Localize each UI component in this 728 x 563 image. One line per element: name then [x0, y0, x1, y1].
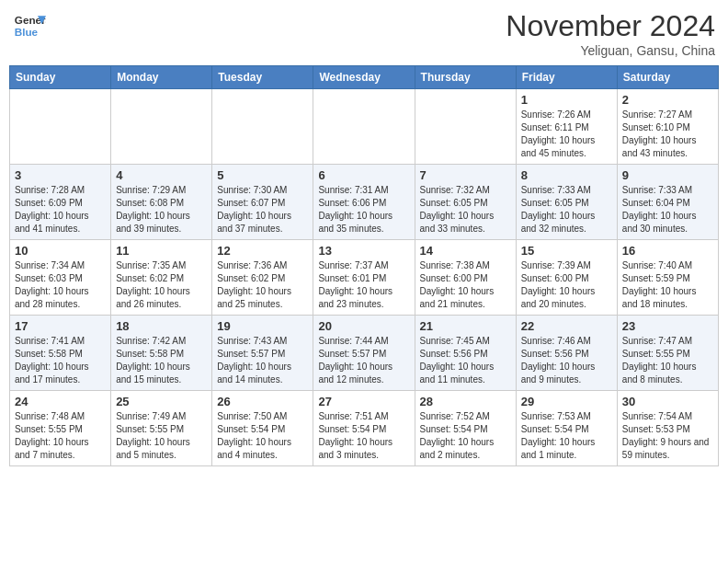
- calendar-cell: 21Sunrise: 7:45 AM Sunset: 5:56 PM Dayli…: [415, 316, 516, 391]
- calendar-cell: [10, 89, 111, 165]
- day-info: Sunrise: 7:48 AM Sunset: 5:55 PM Dayligh…: [15, 410, 106, 462]
- week-row-1: 1Sunrise: 7:26 AM Sunset: 6:11 PM Daylig…: [10, 89, 719, 165]
- calendar-cell: 29Sunrise: 7:53 AM Sunset: 5:54 PM Dayli…: [516, 391, 617, 466]
- weekday-header-saturday: Saturday: [617, 66, 718, 89]
- day-number: 19: [217, 319, 308, 333]
- calendar-cell: 23Sunrise: 7:47 AM Sunset: 5:55 PM Dayli…: [617, 316, 718, 391]
- day-info: Sunrise: 7:52 AM Sunset: 5:54 PM Dayligh…: [420, 410, 511, 462]
- calendar-cell: 7Sunrise: 7:32 AM Sunset: 6:05 PM Daylig…: [415, 165, 516, 240]
- day-number: 15: [521, 244, 612, 258]
- day-number: 26: [217, 395, 308, 408]
- day-number: 25: [116, 395, 207, 408]
- location: Yeliguan, Gansu, China: [506, 43, 715, 58]
- day-number: 1: [521, 93, 612, 107]
- day-number: 24: [15, 395, 106, 408]
- calendar-cell: 5Sunrise: 7:30 AM Sunset: 6:07 PM Daylig…: [212, 165, 313, 240]
- day-number: 23: [622, 319, 713, 333]
- month-title: November 2024: [506, 9, 715, 43]
- day-number: 13: [318, 244, 409, 258]
- day-info: Sunrise: 7:30 AM Sunset: 6:07 PM Dayligh…: [217, 184, 308, 236]
- calendar-cell: 25Sunrise: 7:49 AM Sunset: 5:55 PM Dayli…: [111, 391, 212, 466]
- day-number: 12: [217, 244, 308, 258]
- day-info: Sunrise: 7:31 AM Sunset: 6:06 PM Dayligh…: [318, 184, 409, 236]
- weekday-header-monday: Monday: [111, 66, 212, 89]
- day-number: 18: [116, 319, 207, 333]
- logo: General Blue: [13, 9, 46, 42]
- calendar-cell: [313, 89, 415, 165]
- day-number: 27: [318, 395, 409, 408]
- calendar-cell: 11Sunrise: 7:35 AM Sunset: 6:02 PM Dayli…: [111, 240, 212, 316]
- day-number: 28: [420, 395, 511, 408]
- day-number: 22: [521, 319, 612, 333]
- day-info: Sunrise: 7:33 AM Sunset: 6:05 PM Dayligh…: [521, 184, 612, 236]
- day-info: Sunrise: 7:26 AM Sunset: 6:11 PM Dayligh…: [521, 109, 612, 160]
- day-number: 6: [318, 168, 409, 182]
- day-info: Sunrise: 7:41 AM Sunset: 5:58 PM Dayligh…: [15, 335, 106, 386]
- calendar-cell: 26Sunrise: 7:50 AM Sunset: 5:54 PM Dayli…: [212, 391, 313, 466]
- day-info: Sunrise: 7:45 AM Sunset: 5:56 PM Dayligh…: [420, 335, 511, 386]
- weekday-header-friday: Friday: [516, 66, 617, 89]
- day-number: 21: [420, 319, 511, 333]
- calendar-cell: [415, 89, 516, 165]
- day-info: Sunrise: 7:46 AM Sunset: 5:56 PM Dayligh…: [521, 335, 612, 386]
- calendar-cell: 6Sunrise: 7:31 AM Sunset: 6:06 PM Daylig…: [313, 165, 415, 240]
- calendar-cell: 12Sunrise: 7:36 AM Sunset: 6:02 PM Dayli…: [212, 240, 313, 316]
- logo-icon: General Blue: [13, 9, 46, 42]
- weekday-header-sunday: Sunday: [10, 66, 111, 89]
- calendar-cell: 3Sunrise: 7:28 AM Sunset: 6:09 PM Daylig…: [10, 165, 111, 240]
- day-number: 9: [622, 168, 713, 182]
- day-info: Sunrise: 7:42 AM Sunset: 5:58 PM Dayligh…: [116, 335, 207, 386]
- calendar-cell: [212, 89, 313, 165]
- day-info: Sunrise: 7:40 AM Sunset: 5:59 PM Dayligh…: [622, 259, 713, 311]
- day-info: Sunrise: 7:54 AM Sunset: 5:53 PM Dayligh…: [622, 410, 713, 462]
- title-area: November 2024 Yeliguan, Gansu, China: [506, 9, 715, 58]
- calendar-cell: 22Sunrise: 7:46 AM Sunset: 5:56 PM Dayli…: [516, 316, 617, 391]
- day-info: Sunrise: 7:51 AM Sunset: 5:54 PM Dayligh…: [318, 410, 409, 462]
- day-number: 2: [622, 93, 713, 107]
- day-info: Sunrise: 7:44 AM Sunset: 5:57 PM Dayligh…: [318, 335, 409, 386]
- calendar-cell: 9Sunrise: 7:33 AM Sunset: 6:04 PM Daylig…: [617, 165, 718, 240]
- day-number: 10: [15, 244, 106, 258]
- calendar-cell: 13Sunrise: 7:37 AM Sunset: 6:01 PM Dayli…: [313, 240, 415, 316]
- calendar-cell: 24Sunrise: 7:48 AM Sunset: 5:55 PM Dayli…: [10, 391, 111, 466]
- day-info: Sunrise: 7:34 AM Sunset: 6:03 PM Dayligh…: [15, 259, 106, 311]
- day-number: 17: [15, 319, 106, 333]
- day-info: Sunrise: 7:37 AM Sunset: 6:01 PM Dayligh…: [318, 259, 409, 311]
- calendar-cell: 30Sunrise: 7:54 AM Sunset: 5:53 PM Dayli…: [617, 391, 718, 466]
- week-row-4: 17Sunrise: 7:41 AM Sunset: 5:58 PM Dayli…: [10, 316, 719, 391]
- day-number: 3: [15, 168, 106, 182]
- day-info: Sunrise: 7:32 AM Sunset: 6:05 PM Dayligh…: [420, 184, 511, 236]
- calendar-cell: 10Sunrise: 7:34 AM Sunset: 6:03 PM Dayli…: [10, 240, 111, 316]
- day-info: Sunrise: 7:38 AM Sunset: 6:00 PM Dayligh…: [420, 259, 511, 311]
- day-info: Sunrise: 7:36 AM Sunset: 6:02 PM Dayligh…: [217, 259, 308, 311]
- calendar-cell: [111, 89, 212, 165]
- day-number: 7: [420, 168, 511, 182]
- calendar-cell: 16Sunrise: 7:40 AM Sunset: 5:59 PM Dayli…: [617, 240, 718, 316]
- calendar-cell: 15Sunrise: 7:39 AM Sunset: 6:00 PM Dayli…: [516, 240, 617, 316]
- day-info: Sunrise: 7:33 AM Sunset: 6:04 PM Dayligh…: [622, 184, 713, 236]
- day-number: 30: [622, 395, 713, 408]
- svg-text:Blue: Blue: [15, 26, 39, 38]
- week-row-5: 24Sunrise: 7:48 AM Sunset: 5:55 PM Dayli…: [10, 391, 719, 466]
- calendar-cell: 14Sunrise: 7:38 AM Sunset: 6:00 PM Dayli…: [415, 240, 516, 316]
- calendar-cell: 4Sunrise: 7:29 AM Sunset: 6:08 PM Daylig…: [111, 165, 212, 240]
- calendar-cell: 28Sunrise: 7:52 AM Sunset: 5:54 PM Dayli…: [415, 391, 516, 466]
- day-info: Sunrise: 7:39 AM Sunset: 6:00 PM Dayligh…: [521, 259, 612, 311]
- weekday-header-wednesday: Wednesday: [313, 66, 415, 89]
- day-info: Sunrise: 7:47 AM Sunset: 5:55 PM Dayligh…: [622, 335, 713, 386]
- calendar-cell: 8Sunrise: 7:33 AM Sunset: 6:05 PM Daylig…: [516, 165, 617, 240]
- day-info: Sunrise: 7:50 AM Sunset: 5:54 PM Dayligh…: [217, 410, 308, 462]
- calendar-cell: 17Sunrise: 7:41 AM Sunset: 5:58 PM Dayli…: [10, 316, 111, 391]
- calendar: SundayMondayTuesdayWednesdayThursdayFrid…: [9, 65, 719, 466]
- weekday-header-tuesday: Tuesday: [212, 66, 313, 89]
- day-number: 5: [217, 168, 308, 182]
- page-header: General Blue November 2024 Yeliguan, Gan…: [9, 9, 719, 58]
- day-info: Sunrise: 7:29 AM Sunset: 6:08 PM Dayligh…: [116, 184, 207, 236]
- day-info: Sunrise: 7:35 AM Sunset: 6:02 PM Dayligh…: [116, 259, 207, 311]
- calendar-cell: 27Sunrise: 7:51 AM Sunset: 5:54 PM Dayli…: [313, 391, 415, 466]
- calendar-cell: 18Sunrise: 7:42 AM Sunset: 5:58 PM Dayli…: [111, 316, 212, 391]
- calendar-cell: 20Sunrise: 7:44 AM Sunset: 5:57 PM Dayli…: [313, 316, 415, 391]
- calendar-cell: 19Sunrise: 7:43 AM Sunset: 5:57 PM Dayli…: [212, 316, 313, 391]
- week-row-3: 10Sunrise: 7:34 AM Sunset: 6:03 PM Dayli…: [10, 240, 719, 316]
- day-number: 4: [116, 168, 207, 182]
